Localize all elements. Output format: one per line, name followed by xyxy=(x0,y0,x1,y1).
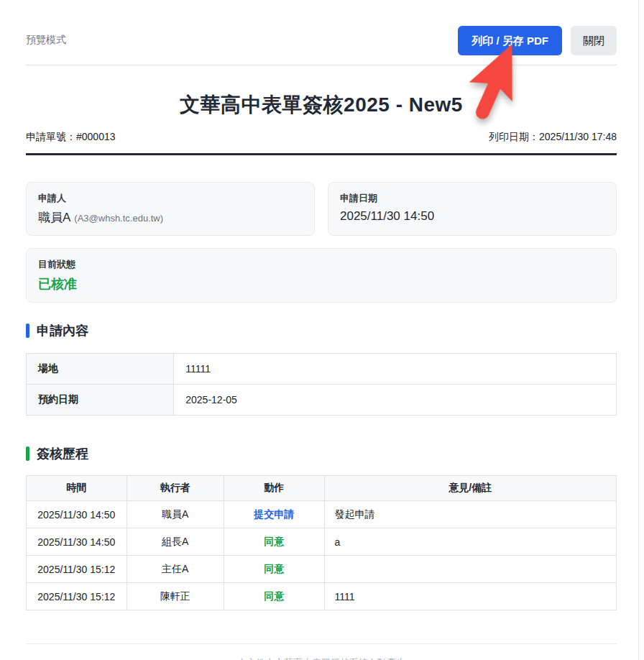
history-actor: 職員A xyxy=(126,501,224,528)
document-footer: 本文件由文華高中表單簽核系統自動產生 xyxy=(26,643,617,660)
column-header-actor: 執行者 xyxy=(126,476,224,501)
document-title: 文華高中表單簽核2025 - New5 xyxy=(26,91,617,119)
field-label: 場地 xyxy=(27,354,174,385)
table-row: 2025/11/30 14:50 組長A 同意 a xyxy=(27,528,617,556)
section-application-content: 申請內容 xyxy=(26,322,617,339)
history-note xyxy=(324,556,616,583)
table-row: 預約日期 2025-12-05 xyxy=(27,385,617,416)
applicant-email: (A3@whsh.tc.edu.tw) xyxy=(74,213,163,224)
field-label: 預約日期 xyxy=(27,385,174,416)
status-badge: 已核准 xyxy=(38,275,604,293)
history-actor: 組長A xyxy=(126,528,224,556)
print-preview-page: 預覽模式 列印 / 另存 PDF 關閉 文華高中表單簽核2025 - New5 … xyxy=(0,0,644,660)
toolbar-divider xyxy=(26,65,617,65)
applicant-name: 職員A xyxy=(38,211,70,224)
table-row: 2025/11/30 15:12 主任A 同意 xyxy=(27,556,617,583)
section-bar xyxy=(26,324,29,338)
section-bar xyxy=(26,446,29,461)
history-time: 2025/11/30 15:12 xyxy=(27,583,127,610)
column-header-time: 時間 xyxy=(27,476,127,501)
print-save-pdf-button[interactable]: 列印 / 另存 PDF xyxy=(458,26,562,55)
info-grid: 申請人 職員A(A3@whsh.tc.edu.tw) 申請日期 2025/11/… xyxy=(26,182,617,236)
history-note: 發起申請 xyxy=(324,501,616,528)
history-time: 2025/11/30 14:50 xyxy=(27,501,127,528)
column-header-note: 意見/備註 xyxy=(324,476,616,501)
document-header: 文華高中表單簽核2025 - New5 申請單號：#000013 列印日期：20… xyxy=(26,91,617,155)
table-row: 2025/11/30 15:12 陳軒正 同意 1111 xyxy=(27,583,617,610)
history-time: 2025/11/30 14:50 xyxy=(27,528,127,556)
table-header-row: 時間 執行者 動作 意見/備註 xyxy=(27,476,617,501)
section-title-text: 申請內容 xyxy=(37,322,88,339)
approval-history-table: 時間 執行者 動作 意見/備註 2025/11/30 14:50 職員A 提交申… xyxy=(26,475,617,610)
column-header-action: 動作 xyxy=(224,476,325,501)
apply-date-label: 申請日期 xyxy=(340,192,604,205)
preview-mode-label: 預覽模式 xyxy=(26,34,66,47)
field-value: 11111 xyxy=(174,354,617,385)
footer-note: 本文件由文華高中表單簽核系統自動產生 xyxy=(26,644,617,660)
history-action: 同意 xyxy=(224,583,325,610)
application-content-table: 場地 11111 預約日期 2025-12-05 xyxy=(26,353,617,416)
application-number: 申請單號：#000013 xyxy=(26,131,116,144)
preview-toolbar: 預覽模式 列印 / 另存 PDF 關閉 xyxy=(26,26,617,55)
applicant-label: 申請人 xyxy=(38,192,303,205)
history-note: a xyxy=(324,528,616,556)
status-box: 目前狀態 已核准 xyxy=(26,248,617,303)
applicant-box: 申請人 職員A(A3@whsh.tc.edu.tw) xyxy=(26,182,315,236)
scrollbar-track[interactable] xyxy=(638,0,639,660)
history-action: 同意 xyxy=(224,528,325,556)
history-action: 同意 xyxy=(224,556,325,583)
print-date: 列印日期：2025/11/30 17:48 xyxy=(489,131,617,144)
applicant-value: 職員A(A3@whsh.tc.edu.tw) xyxy=(38,209,303,226)
apply-date-box: 申請日期 2025/11/30 14:50 xyxy=(328,182,617,236)
table-row: 場地 11111 xyxy=(27,354,617,385)
section-title-text: 簽核歷程 xyxy=(37,445,88,462)
history-time: 2025/11/30 15:12 xyxy=(27,556,127,583)
history-action: 提交申請 xyxy=(224,501,325,528)
toolbar-actions: 列印 / 另存 PDF 關閉 xyxy=(458,26,617,55)
history-note: 1111 xyxy=(324,583,616,610)
history-actor: 陳軒正 xyxy=(126,583,224,610)
close-button[interactable]: 關閉 xyxy=(571,26,617,55)
field-value: 2025-12-05 xyxy=(174,385,617,416)
table-row: 2025/11/30 14:50 職員A 提交申請 發起申請 xyxy=(27,501,617,528)
history-actor: 主任A xyxy=(126,556,224,583)
document-meta: 申請單號：#000013 列印日期：2025/11/30 17:48 xyxy=(26,131,617,144)
status-label: 目前狀態 xyxy=(38,258,604,271)
section-approval-history: 簽核歷程 xyxy=(26,445,617,462)
apply-date-value: 2025/11/30 14:50 xyxy=(340,209,604,224)
